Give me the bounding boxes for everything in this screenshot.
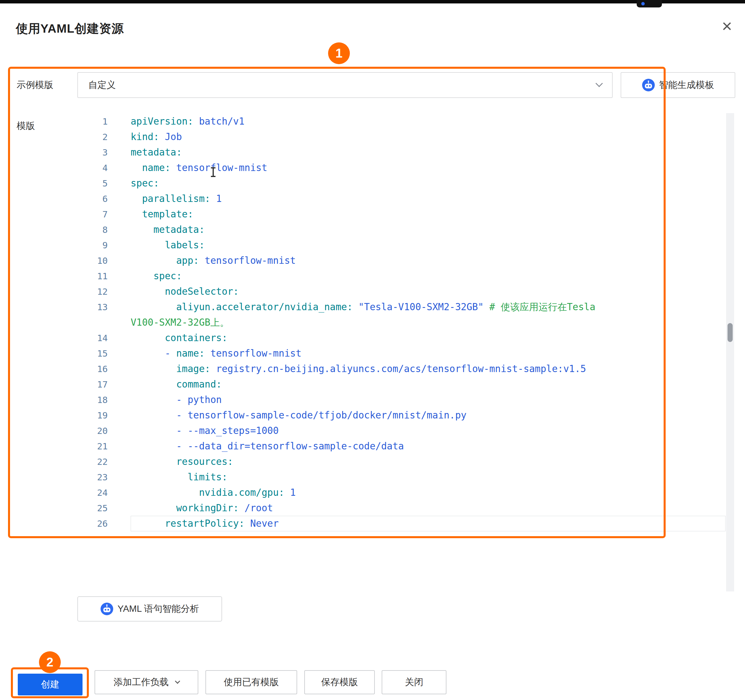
line-number: 17 <box>77 377 131 392</box>
chevron-down-icon <box>175 679 180 684</box>
code-text: apiVersion: batch/v1 <box>131 114 726 129</box>
code-text: limits: <box>131 469 726 485</box>
yaml-editor[interactable]: 1apiVersion: batch/v12kind: Job3metadata… <box>77 113 734 591</box>
editor-scrollbar-thumb[interactable] <box>727 323 733 342</box>
code-text: - python <box>131 392 726 407</box>
chevron-down-icon <box>595 80 603 87</box>
line-number: 10 <box>77 253 131 269</box>
example-template-select[interactable]: 自定义 <box>77 72 613 98</box>
code-line[interactable]: 9 labels: <box>77 237 734 253</box>
code-text: spec: <box>131 269 726 284</box>
code-line[interactable]: 6 parallelism: 1 <box>77 191 734 206</box>
code-text: metadata: <box>131 222 726 237</box>
code-line[interactable]: 13 aliyun.accelerator/nvidia_name: "Tesl… <box>77 299 734 315</box>
code-line[interactable]: 7 template: <box>77 206 734 222</box>
code-line[interactable]: 26 restartPolicy: Never <box>77 516 734 531</box>
widget-icon <box>641 2 645 6</box>
template-label: 模版 <box>16 120 35 132</box>
line-number: 19 <box>77 407 131 423</box>
code-text: kind: Job <box>131 129 726 145</box>
yaml-analyze-button[interactable]: YAML 语句智能分析 <box>77 596 222 621</box>
code-text: restartPolicy: Never <box>131 516 726 531</box>
code-line[interactable]: 18 - python <box>77 392 734 407</box>
yaml-editor-lines: 1apiVersion: batch/v12kind: Job3metadata… <box>77 114 734 531</box>
line-number: 16 <box>77 361 131 377</box>
create-button[interactable]: 创建 <box>18 674 82 696</box>
code-line[interactable]: 12 nodeSelector: <box>77 284 734 299</box>
code-text: metadata: <box>131 145 726 160</box>
save-template-button[interactable]: 保存模版 <box>304 670 375 694</box>
line-number: 8 <box>77 222 131 237</box>
code-text: spec: <box>131 176 726 191</box>
annotation-step-2-badge: 2 <box>39 651 61 673</box>
ai-generate-template-button[interactable]: 智能生成模板 <box>621 72 735 98</box>
example-template-label: 示例模版 <box>16 72 53 98</box>
code-text: resources: <box>131 454 726 469</box>
code-text: command: <box>131 377 726 392</box>
code-text: nvidia.com/gpu: 1 <box>131 485 726 500</box>
code-line[interactable]: 19 - tensorflow-sample-code/tfjob/docker… <box>77 407 734 423</box>
use-existing-template-label: 使用已有模版 <box>224 676 279 688</box>
line-number: 9 <box>77 237 131 253</box>
code-text: app: tensorflow-mnist <box>131 253 726 269</box>
code-line[interactable]: 8 metadata: <box>77 222 734 237</box>
code-line[interactable]: 1apiVersion: batch/v1 <box>77 114 734 129</box>
code-text: - --max_steps=1000 <box>131 423 726 439</box>
annotation-step-1-badge: 1 <box>328 42 350 64</box>
line-number: 4 <box>77 160 131 176</box>
example-template-selected-value: 自定义 <box>88 79 116 91</box>
code-line[interactable]: 14 containers: <box>77 330 734 346</box>
code-line[interactable]: 22 resources: <box>77 454 734 469</box>
line-number: 2 <box>77 129 131 145</box>
text-cursor-ibeam <box>212 167 214 177</box>
close-button-label: 关闭 <box>405 676 423 688</box>
code-line[interactable]: 10 app: tensorflow-mnist <box>77 253 734 269</box>
code-line[interactable]: 11 spec: <box>77 269 734 284</box>
code-line[interactable]: 25 workingDir: /root <box>77 500 734 516</box>
yaml-analyze-label: YAML 语句智能分析 <box>117 603 199 615</box>
code-line[interactable]: 21 - --data_dir=tensorflow-sample-code/d… <box>77 439 734 454</box>
code-text: - --data_dir=tensorflow-sample-code/data <box>131 439 726 454</box>
code-line[interactable]: 3metadata: <box>77 145 734 160</box>
code-text: labels: <box>131 237 726 253</box>
code-line[interactable]: 17 command: <box>77 377 734 392</box>
code-text: name: tensorflow-mnist <box>131 160 726 176</box>
code-line[interactable]: 20 - --max_steps=1000 <box>77 423 734 439</box>
line-number: 21 <box>77 439 131 454</box>
yaml-create-dialog: 使用YAML创建资源 × 1 示例模版 自定义 智能生成模板 模版 1apiVe… <box>0 0 745 700</box>
code-line[interactable]: 24 nvidia.com/gpu: 1 <box>77 485 734 500</box>
code-line[interactable]: V100-SXM2-32GB上。 <box>77 315 734 330</box>
code-line[interactable]: 5spec: <box>77 176 734 191</box>
code-text: nodeSelector: <box>131 284 726 299</box>
line-number: 23 <box>77 469 131 485</box>
code-text: V100-SXM2-32GB上。 <box>131 315 726 330</box>
close-icon[interactable]: × <box>717 16 737 36</box>
line-number: 15 <box>77 346 131 361</box>
code-line[interactable]: 15 - name: tensorflow-mnist <box>77 346 734 361</box>
editor-scrollbar-track[interactable] <box>726 113 734 591</box>
code-text: - tensorflow-sample-code/tfjob/docker/mn… <box>131 407 726 423</box>
add-workload-button[interactable]: 添加工作负载 <box>94 670 198 694</box>
code-text: aliyun.accelerator/nvidia_name: "Tesla-V… <box>131 299 726 315</box>
add-workload-label: 添加工作负载 <box>114 676 169 688</box>
code-text: - name: tensorflow-mnist <box>131 346 726 361</box>
code-line[interactable]: 23 limits: <box>77 469 734 485</box>
line-number: 13 <box>77 299 131 315</box>
code-text: containers: <box>131 330 726 346</box>
line-number: 5 <box>77 176 131 191</box>
close-button[interactable]: 关闭 <box>381 670 446 694</box>
use-existing-template-button[interactable]: 使用已有模版 <box>205 670 297 694</box>
line-number: 20 <box>77 423 131 439</box>
line-number: 25 <box>77 500 131 516</box>
code-text: template: <box>131 206 726 222</box>
line-number: 6 <box>77 191 131 206</box>
code-line[interactable]: 4 name: tensorflow-mnist <box>77 160 734 176</box>
code-text: parallelism: 1 <box>131 191 726 206</box>
line-number: 7 <box>77 206 131 222</box>
line-number: 1 <box>77 114 131 129</box>
code-line[interactable]: 16 image: registry.cn-beijing.aliyuncs.c… <box>77 361 734 377</box>
ai-generate-template-label: 智能生成模板 <box>659 79 714 91</box>
line-number: 14 <box>77 330 131 346</box>
top-right-widget <box>637 0 662 7</box>
code-line[interactable]: 2kind: Job <box>77 129 734 145</box>
